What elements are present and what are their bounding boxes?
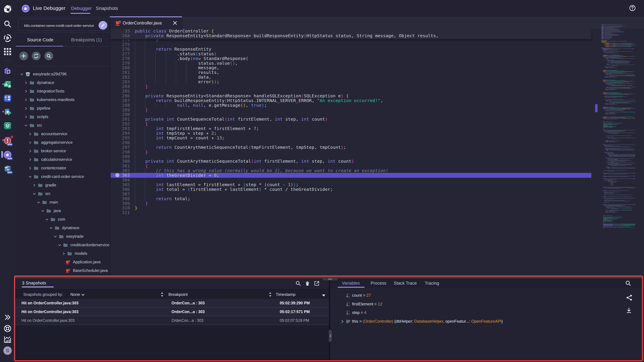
help-icon[interactable]: [629, 5, 636, 11]
search-icon[interactable]: [625, 280, 631, 286]
chevron-down-icon[interactable]: [49, 226, 53, 230]
avatar[interactable]: S: [0, 347, 15, 355]
panel-resize-handle[interactable]: [329, 330, 332, 342]
tree-item-dynatrace[interactable]: dynatrace: [24, 78, 54, 87]
chevron-right-icon[interactable]: [28, 132, 32, 136]
chevron-right-icon[interactable]: [340, 319, 344, 324]
tree-item-kubernetes-manifests[interactable]: kubernetes-manifests: [24, 95, 74, 104]
tab-stack-trace[interactable]: Stack Trace: [394, 281, 417, 286]
filter-input[interactable]: k8s.container.name:credit-card-order-ser…: [18, 19, 108, 31]
chevron-right-icon[interactable]: [24, 81, 28, 85]
services-app-icon[interactable]: [0, 122, 15, 130]
chevron-right-icon[interactable]: [28, 149, 32, 153]
tree-item-models[interactable]: models: [62, 249, 87, 258]
close-icon[interactable]: [172, 20, 178, 26]
share-icon[interactable]: [626, 294, 632, 301]
sort-icon[interactable]: [268, 292, 272, 297]
panel-divider[interactable]: [329, 278, 330, 360]
chevron-right-icon[interactable]: [28, 141, 32, 145]
tree-item-src[interactable]: src: [24, 121, 42, 130]
tree-item-dynatrace[interactable]: dynatrace: [49, 224, 79, 232]
tree-item-main[interactable]: main: [36, 198, 58, 207]
tab-tracing[interactable]: Tracing: [425, 281, 439, 286]
download-icon[interactable]: [626, 307, 632, 314]
expand-rail-icon[interactable]: [0, 314, 15, 321]
workflows-app-icon[interactable]: [0, 94, 15, 102]
tab-variables[interactable]: Variables: [342, 281, 360, 286]
tree-item-basescheduler-java[interactable]: BaseScheduler.java: [62, 266, 108, 275]
snapshot-row[interactable]: Hit on OrderController.java:303 OrderCon…: [15, 316, 329, 325]
tree-item-java[interactable]: java: [41, 207, 61, 215]
tree-item-accountservice[interactable]: accountservice: [28, 130, 68, 138]
chevron-down-icon[interactable]: [58, 243, 62, 247]
tree-item-pipeline[interactable]: pipeline: [24, 104, 50, 113]
tab-source-code[interactable]: Source Code: [27, 37, 54, 42]
tree-item-integrationtests[interactable]: integrationTests: [24, 87, 64, 95]
tree-item-credit-card-order-service[interactable]: credit-card-order-service: [28, 172, 84, 181]
trash-icon[interactable]: [304, 281, 310, 286]
tab-breakpoints[interactable]: Breakpoints (1): [71, 37, 102, 42]
chevron-down-icon[interactable]: [53, 235, 57, 239]
dropdown-arrow-icon[interactable]: [322, 294, 326, 297]
problems-app-icon[interactable]: NEW: [0, 136, 15, 145]
chevron-right-icon[interactable]: [24, 89, 28, 93]
tree-item-easytrade[interactable]: easytrade: [53, 232, 84, 241]
tree-item-creditcardorderservice[interactable]: creditcardorderservice: [58, 241, 109, 249]
tree-item-contentcreator[interactable]: contentcreator: [28, 164, 66, 172]
chevron-down-icon[interactable]: [41, 209, 45, 213]
minimap[interactable]: [602, 24, 635, 259]
storage-app-icon[interactable]: NEW: [0, 164, 15, 173]
tree-item-application-java[interactable]: Application.java: [62, 258, 100, 266]
tree-item-easytrade-a29d796[interactable]: easytrade:a29d796: [20, 70, 66, 78]
chevron-down-icon[interactable]: [28, 175, 32, 179]
chevron-down-icon[interactable]: [24, 123, 28, 127]
code-area[interactable]: 274 }275276 return ResponseEntity277 .st…: [111, 29, 644, 276]
tab-debugger[interactable]: Debugger: [71, 6, 92, 11]
kubernetes-app-icon[interactable]: [0, 67, 15, 75]
editor-tab-ordercontroller[interactable]: OrderController.java: [111, 17, 182, 29]
tree-item-gradle[interactable]: gradle: [32, 181, 56, 189]
chevron-right-icon[interactable]: [24, 98, 28, 102]
variable-row[interactable]: 19step = 4: [330, 308, 615, 317]
help-lifebuoy-icon[interactable]: [0, 325, 15, 332]
app-grid-icon[interactable]: [0, 48, 15, 55]
chevron-down-icon[interactable]: [45, 217, 49, 221]
grouped-by-select[interactable]: None: [70, 292, 80, 297]
add-button[interactable]: [19, 52, 28, 60]
divider-drag-handle[interactable]: [322, 278, 338, 280]
tree-item-src[interactable]: src: [32, 189, 50, 198]
tab-snapshots[interactable]: Snapshots: [96, 6, 118, 11]
search-icon[interactable]: [295, 281, 301, 286]
getting-started-icon[interactable]: [0, 34, 15, 42]
tree-item-scripts[interactable]: scripts: [24, 113, 48, 121]
sort-icon[interactable]: [160, 292, 164, 297]
chevron-down-icon[interactable]: [32, 192, 36, 196]
chevron-right-icon[interactable]: [24, 106, 28, 110]
search-icon[interactable]: [0, 19, 15, 28]
clouds-app-icon[interactable]: [0, 108, 15, 116]
column-header-timestamp[interactable]: Timestamp: [276, 292, 296, 297]
variable-row[interactable]: 19count = 27: [330, 291, 615, 300]
search-button[interactable]: [44, 52, 53, 60]
tree-item-broker-service[interactable]: broker-service: [28, 147, 66, 155]
chevron-right-icon[interactable]: [24, 115, 28, 119]
tree-item-calculationservice[interactable]: calculationservice: [28, 155, 72, 164]
dynatrace-logo-icon[interactable]: [0, 4, 15, 14]
chevron-right-icon[interactable]: [28, 166, 32, 170]
dashboards-app-icon[interactable]: [0, 81, 15, 89]
variable-row[interactable]: this = (OrderController) {dbHelper: Data…: [330, 317, 615, 326]
tree-item-com[interactable]: com: [45, 215, 65, 224]
chevron-right-icon[interactable]: [32, 183, 36, 187]
chevron-right-icon[interactable]: [62, 252, 66, 256]
edit-filter-button[interactable]: [98, 21, 107, 30]
live-debugger-app-icon[interactable]: NEW: [0, 151, 15, 159]
open-in-new-icon[interactable]: [314, 281, 320, 286]
usage-chart-icon[interactable]: [0, 336, 15, 343]
variable-row[interactable]: 19firstElement = 12: [330, 300, 615, 308]
snapshot-row[interactable]: Hit on OrderController.java:303 OrderCon…: [15, 299, 329, 308]
chevron-down-icon[interactable]: [36, 200, 40, 204]
tree-item-aggregatorservice[interactable]: aggregatorservice: [28, 138, 72, 147]
snapshot-row[interactable]: Hit on OrderController.java:303 OrderCon…: [15, 308, 329, 316]
chevron-right-icon[interactable]: [28, 158, 32, 162]
chevron-down-icon[interactable]: [20, 72, 24, 76]
